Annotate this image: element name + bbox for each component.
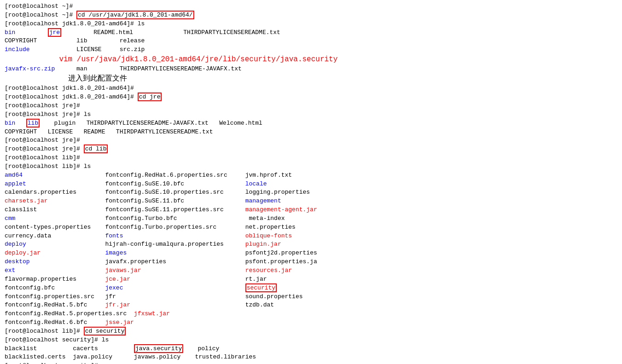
line-27: deploy.jar images psfontj2d.properties [5,249,617,258]
line-35: fontconfig.RedHat.6.bfc jsse.jar [5,318,617,327]
line-3: [root@localhost jdk1.8.0_201-amd64]# ls [5,20,617,29]
line-15: [root@localhost jre]# cd lib [5,145,617,154]
line-14: [root@localhost jre]# [5,136,617,145]
line-19: applet fontconfig.SuSE.10.bfc locale [5,180,617,189]
line-37: [root@localhost security]# ls [5,336,617,345]
line-25: currency.data fonts oblique-fonts [5,232,617,241]
line-26: deploy hijrah-config-umalqura.properties… [5,240,617,249]
line-5: COPYRIGHT lib release [5,37,617,46]
line-10: [root@localhost jre]# [5,102,617,110]
line-1: [root@localhost ~]# [5,2,617,11]
line-40: [root@localhost security]# [5,362,617,364]
line-24: content-types.properties fontconfig.Turb… [5,223,617,232]
line-39: blacklisted.certs java.policy javaws.pol… [5,353,617,362]
line-2: [root@localhost ~]# cd /usr/java/jdk1.8.… [5,11,617,20]
line-9: [root@localhost jdk1.8.0_201-amd64]# cd … [5,93,617,102]
line-28: desktop javafx.properties psfont.propert… [5,258,617,266]
line-8: [root@localhost jdk1.8.0_201-amd64]# [5,84,617,93]
line-17: [root@localhost lib]# ls [5,162,617,171]
line-22: classlist fontconfig.SuSE.11.properties.… [5,206,617,214]
line-32: fontconfig.properties.src jfr sound.prop… [5,293,617,301]
line-29: ext javaws.jar resources.jar [5,266,617,275]
line-12: bin lib plugin THIRDPARTYLICENSEREADME-J… [5,119,617,128]
line-7: javafx-src.zip man THIRDPARTYLICENSEREAD… [5,65,617,84]
line-13: COPYRIGHT LICENSE README THIRDPARTYLICEN… [5,128,617,137]
line-23: cmm fontconfig.Turbo.bfc meta-index [5,214,617,223]
line-34: fontconfig.RedHat.5.properties.src jfxsw… [5,310,617,318]
line-31: fontconfig.bfc jexec security [5,284,617,293]
line-4: bin jre README.html THIRDPARTYLICENSEREA… [5,29,617,37]
line-33: fontconfig.RedHat.5.bfc jfr.jar tzdb.dat [5,301,617,310]
line-38: blacklist cacerts java.security policy [5,345,617,353]
line-36: [root@localhost lib]# cd security [5,327,617,336]
line-30: flavormap.properties jce.jar rt.jar [5,275,617,284]
line-20: calendars.properties fontconfig.SuSE.10.… [5,188,617,197]
terminal-window: [root@localhost ~]# [root@localhost ~]# … [0,0,622,364]
line-6: include LICENSE src.zip vim /usr/java/jd… [5,46,617,65]
line-21: charsets.jar fontconfig.SuSE.11.bfc mana… [5,197,617,206]
line-16: [root@localhost lib]# [5,154,617,162]
line-11: [root@localhost jre]# ls [5,110,617,119]
line-18: amd64 fontconfig.RedHat.6.properties.src… [5,171,617,180]
